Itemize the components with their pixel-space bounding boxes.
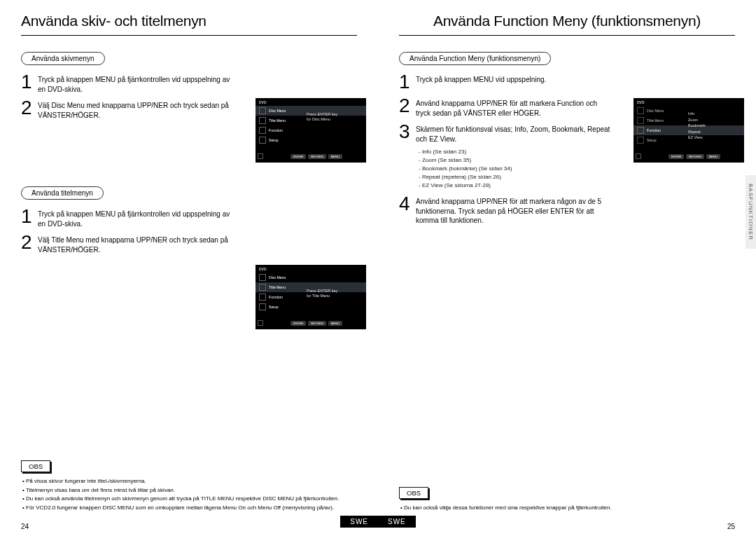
osd-hint-line: for Disc Menu xyxy=(307,117,330,121)
obs-item: För VCD2.0 fungerar knappen DISC MENU so… xyxy=(21,504,357,512)
obs-box-left: OBS På vissa skivor fungerar inte titel-… xyxy=(21,460,357,514)
step-number: 2 xyxy=(21,233,38,252)
arrow-icon xyxy=(258,153,263,159)
step-2: 2 Välj Title Menu med knapparna UPP/NER … xyxy=(21,233,357,254)
osd-bottom-hints: ENTER RETURN MENU xyxy=(668,154,720,159)
sublist-item: Repeat (repetera) (Se sidan 26) xyxy=(419,173,735,181)
osd-screenshot-title-menu: DVD Disc Menu Title Menu Function Setup … xyxy=(255,265,366,329)
obs-item: Titelmenyn visas bara om det finns minst… xyxy=(21,487,357,495)
section-label: Använda Function Meny (funktionsmenyn) xyxy=(399,52,551,65)
osd-item: Setup xyxy=(269,305,279,309)
osd-hint-line: Press ENTER key xyxy=(307,112,337,116)
osd-btn-hint: ENTER xyxy=(290,154,306,159)
language-code: SWE xyxy=(340,516,378,528)
side-tab: BASFUNKTIONER xyxy=(746,175,756,249)
osd-screenshot-disc-menu: DVD Disc Menu Title Menu Function Setup … xyxy=(255,98,366,163)
osd-item: Disc Menu xyxy=(269,109,286,113)
fn-item: Repeat xyxy=(688,129,706,135)
osd-hint: Press ENTER key for Title Menu xyxy=(307,289,337,298)
osd-btn-hint: MENU xyxy=(328,154,342,159)
step-number: 2 xyxy=(399,96,416,116)
osd-bottom-hints: ENTER RETURN MENU xyxy=(290,321,342,326)
arrow-icon xyxy=(636,153,641,159)
title-icon xyxy=(637,117,644,124)
osd-item: Title Menu xyxy=(269,285,286,289)
step-text: Använd knapparna UPP/NER för att markera… xyxy=(416,194,612,226)
step-text: Tryck på knappen MENU på fjärrkontrollen… xyxy=(38,207,234,228)
divider xyxy=(21,35,357,36)
function-icon xyxy=(637,127,644,134)
osd-hint-line: Press ENTER key xyxy=(307,289,337,293)
osd-top-label: DVD xyxy=(255,265,366,273)
osd-item: Title Menu xyxy=(269,118,286,123)
obs-item: Du kan också använda titelmenyn och skiv… xyxy=(21,495,357,503)
osd-screenshot-function: DVD Disc Menu Title Menu Function Setup … xyxy=(634,98,744,163)
disc-icon xyxy=(259,107,266,114)
page-title-right: Använda Function Meny (funktionsmenyn) xyxy=(399,13,735,35)
step-text: Välj Disc Menu med knapparna UPP/NER och… xyxy=(38,98,234,120)
osd-btn-hint: ENTER xyxy=(290,321,306,326)
step-1: 1 Tryck på knappen MENU vid uppspelning. xyxy=(399,72,735,92)
osd-btn-hint: RETURN xyxy=(308,154,326,159)
divider xyxy=(399,35,735,36)
disc-icon xyxy=(259,274,266,281)
page-number: 25 xyxy=(727,523,735,530)
step-number: 3 xyxy=(399,122,416,142)
section-label: Använda titelmenyn xyxy=(21,186,104,200)
osd-item: Function xyxy=(269,295,283,299)
osd-row-setup: Setup xyxy=(255,302,366,312)
language-code: SWE xyxy=(378,516,416,528)
osd-btn-hint: MENU xyxy=(706,154,720,159)
step-number: 4 xyxy=(399,194,416,214)
osd-item: Function xyxy=(269,128,283,132)
fn-item: Zoom xyxy=(688,117,706,123)
obs-box-right: OBS Du kan också välja dessa funktioner … xyxy=(399,487,735,514)
fn-item: EZ View xyxy=(688,135,706,141)
step-number: 2 xyxy=(21,98,38,118)
gear-icon xyxy=(259,137,266,144)
osd-hint-line: for Title Menu xyxy=(307,294,330,298)
step-1: 1 Tryck på knappen MENU på fjärrkontroll… xyxy=(21,207,357,228)
title-icon xyxy=(259,117,266,124)
osd-function-list: Info Zoom Bookmark Repeat EZ View xyxy=(688,111,706,141)
step-text: Använd knapparna UPP/NER för att markera… xyxy=(416,96,612,118)
step-text: Tryck på knappen MENU vid uppspelning. xyxy=(416,72,612,85)
function-icon xyxy=(259,294,266,301)
step-text: Välj Title Menu med knapparna UPP/NER oc… xyxy=(38,233,234,254)
osd-btn-hint: RETURN xyxy=(686,154,704,159)
step-text: Tryck på knappen MENU på fjärrkontrollen… xyxy=(38,72,234,94)
step-number: 1 xyxy=(21,72,38,92)
step-number: 1 xyxy=(399,72,416,92)
obs-item: På vissa skivor fungerar inte titel-/ski… xyxy=(21,478,357,486)
page-number: 24 xyxy=(21,523,29,530)
osd-hint: Press ENTER key for Disc Menu xyxy=(307,112,337,121)
osd-btn-hint: MENU xyxy=(328,321,342,326)
obs-item: Du kan också välja dessa funktioner med … xyxy=(399,504,735,512)
sublist-item: Bookmark (bokmärke) (Se sidan 34) xyxy=(419,165,735,173)
obs-label: OBS xyxy=(399,487,428,499)
step-text: Skärmen för funktionsval visas; Info, Zo… xyxy=(416,122,612,144)
function-icon xyxy=(259,127,266,134)
step-number: 1 xyxy=(21,207,38,226)
fn-item: Bookmark xyxy=(688,123,706,129)
osd-item: Setup xyxy=(269,138,279,142)
step-4: 4 Använd knapparna UPP/NER för att marke… xyxy=(399,194,735,226)
osd-top-label: DVD xyxy=(255,98,366,106)
osd-bottom-hints: ENTER RETURN MENU xyxy=(290,154,342,159)
arrow-icon xyxy=(258,320,263,326)
sublist-item: EZ View (Se sidorna 27-28) xyxy=(419,181,735,190)
page-title-left: Använda skiv- och titelmenyn xyxy=(21,13,357,35)
section-title-menu: Använda titelmenyn 1 Tryck på knappen ME… xyxy=(21,186,357,254)
fn-item: Info xyxy=(688,111,706,117)
gear-icon xyxy=(637,137,644,144)
osd-row-function: Function xyxy=(255,125,366,135)
title-icon xyxy=(259,284,266,291)
osd-item: Title Menu xyxy=(647,118,664,123)
osd-item: Setup xyxy=(647,138,657,142)
osd-item: Disc Menu xyxy=(269,275,286,280)
section-label: Använda skivmenyn xyxy=(21,52,105,65)
osd-btn-hint: RETURN xyxy=(308,321,326,326)
osd-top-label: DVD xyxy=(634,98,744,106)
osd-btn-hint: ENTER xyxy=(668,154,684,159)
osd-row-disc-menu: Disc Menu xyxy=(255,273,366,282)
